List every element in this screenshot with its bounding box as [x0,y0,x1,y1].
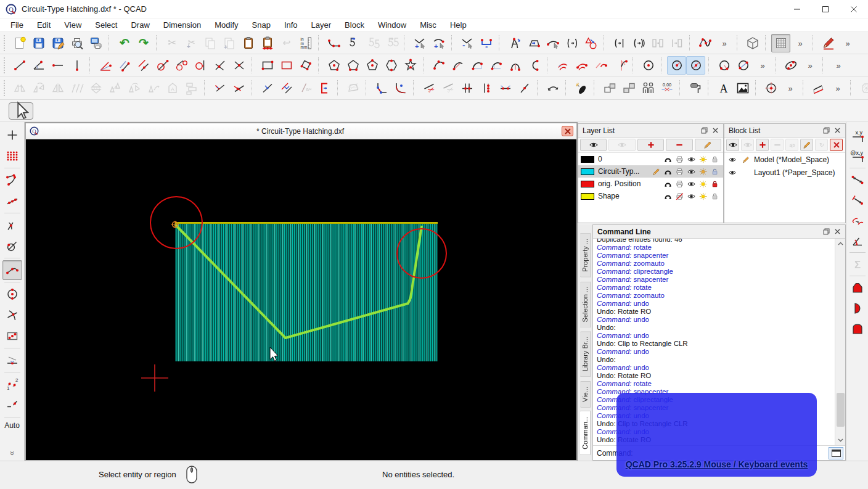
more-ellipse-tools-button[interactable]: » [800,56,819,75]
drawing-unit-button[interactable]: inmmm [296,34,315,52]
line-bisector-button[interactable] [96,56,115,75]
menu-select[interactable]: Select [88,19,124,31]
maximize-button[interactable] [811,0,840,18]
drawing-canvas[interactable] [26,139,576,460]
layer-magnet-toggle[interactable] [662,179,674,189]
snap-endpoints-button[interactable] [2,170,22,190]
polygon-side-side-button[interactable] [382,56,401,75]
layer-lock-red-toggle[interactable] [709,179,721,189]
break-out-gap-button[interactable] [477,79,496,97]
layer-row-circuit-typ-[interactable]: Circuit-Typ... [578,165,723,178]
menu-help[interactable]: Help [443,19,473,31]
info-area-rounded-button[interactable] [848,319,867,338]
arc-concentric-points-button[interactable] [572,56,591,75]
undo-button[interactable]: ↶ [115,34,134,52]
layer-lock-gray-toggle[interactable] [709,191,721,202]
point-button[interactable] [761,79,780,97]
break-out-segment-button[interactable] [496,79,515,97]
circle-center-point-button[interactable] [639,56,658,75]
command-line-close-button[interactable] [832,227,843,237]
menu-dimension[interactable]: Dimension [157,19,208,31]
layer-color-swatch[interactable] [581,181,594,187]
trim-point-button[interactable] [229,79,248,97]
arc-tangent-point-button[interactable] [591,56,610,75]
document-titlebar[interactable]: Q * Circuit-Type Hatching.dxf [26,123,576,139]
rectangle-3-points-button[interactable] [296,56,315,75]
layer-color-swatch[interactable] [581,156,594,163]
break-out-button[interactable] [457,79,477,97]
command-line-float-button[interactable] [821,227,832,237]
notification-overlay[interactable]: QCAD Pro 3.25.2.9 Mouse / Keyboard event… [616,393,817,477]
polyline-change-direction-button[interactable] [505,34,524,52]
line-parallel-through-point-button[interactable] [115,56,134,75]
polyline-from-segments-button[interactable] [324,34,343,52]
layer-color-swatch[interactable] [581,168,594,175]
redo-button[interactable]: ↷ [134,34,153,52]
polyline-edit-arc-button[interactable] [543,34,562,52]
block-eye-toggle[interactable] [727,168,738,178]
draw-tools-button[interactable] [819,34,838,52]
snap-on-entity-button[interactable] [2,191,22,211]
arc-tangent-button[interactable] [525,56,544,75]
snap-auto-label-button[interactable]: Auto [3,419,21,432]
hatch-button[interactable] [686,79,705,97]
copy-references-button[interactable] [619,79,638,97]
polyline-add-node-button[interactable]: + [410,34,429,52]
bevel-button[interactable] [372,79,391,97]
layer-printer-no-toggle[interactable] [674,191,686,202]
block-delete-button[interactable] [830,139,843,151]
toolbar-handle[interactable] [4,35,7,51]
menu-modify[interactable]: Modify [208,19,245,31]
dimension-button[interactable] [809,79,828,97]
more-dimension-tools-button[interactable]: » [828,79,847,97]
polyline-offset-multi-button[interactable] [629,34,648,52]
qcad-events-link[interactable]: QCAD Pro 3.25.2.9 Mouse / Keyboard event… [616,459,817,469]
menu-view[interactable]: View [57,19,88,31]
polygon-2-corners-button[interactable] [343,56,362,75]
line-parallel-button[interactable] [134,56,153,75]
block-eye-toggle[interactable] [727,155,738,165]
arc-2-points-angle-button[interactable] [486,56,506,75]
trim-both-button[interactable]: ✂ [419,79,438,97]
layer-sun-dim-toggle[interactable] [697,166,709,177]
layer-add-button[interactable] [637,139,664,151]
line-angle-button[interactable] [29,56,48,75]
block-edit-button[interactable] [800,139,813,151]
dock-tab-vie-[interactable]: Vie... [580,381,591,408]
block-list-close-button[interactable] [832,126,843,136]
insert-image-button[interactable] [733,79,752,97]
layer-eye-s-toggle[interactable] [686,191,697,202]
explode-button[interactable] [571,79,591,97]
menu-info[interactable]: Info [277,19,305,31]
line-vertical-button[interactable] [67,56,86,75]
layer-row-orig-position[interactable]: orig. Position [578,178,723,190]
layer-magnet-toggle[interactable] [662,154,674,165]
info-distance-entity-point-button[interactable] [848,191,867,210]
close-button[interactable] [840,0,868,18]
circle-center-diameter-button[interactable] [686,56,705,75]
layer-row-0[interactable]: 0 [578,153,723,165]
snap-center-button[interactable] [2,284,22,304]
polyline-delete-node-button[interactable]: - [457,34,477,52]
polyline-delete-segment-button[interactable]: - [477,34,496,52]
rectangle-size-button[interactable] [277,56,296,75]
scroll-thumb[interactable] [837,393,845,427]
polyline-relocate-start-button[interactable] [524,34,543,52]
layer-lock-blue-toggle[interactable] [709,166,721,177]
scroll-up-arrow[interactable] [835,239,845,249]
polygon-center-side-button[interactable] [362,56,382,75]
line-free-button[interactable] [229,56,248,75]
toolbar-handle[interactable] [4,57,7,73]
layer-color-swatch[interactable] [581,193,594,200]
layer-printer-toggle[interactable] [674,166,686,177]
snap-tangential-button[interactable] [2,236,22,256]
save-file-button[interactable] [29,34,48,52]
circle-center-radius-button[interactable] [667,56,686,75]
layer-eye-s-toggle[interactable] [686,179,697,189]
trim-button[interactable] [210,79,229,97]
snap-intersection-button[interactable] [2,305,22,325]
polyline-simplify-button[interactable] [581,34,600,52]
info-distance-point-point-button[interactable] [848,170,867,189]
move-references-button[interactable] [600,79,619,97]
menu-misc[interactable]: Misc [413,19,443,31]
